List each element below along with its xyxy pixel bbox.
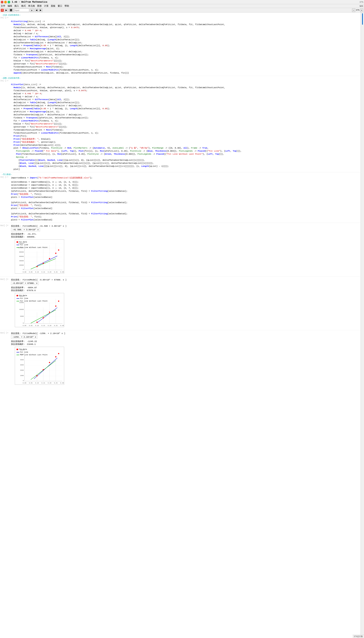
code-plot2-call[interactable]: plot2 = FilterPlot[selectedData2]	[11, 207, 359, 210]
svg-text:0.05: 0.05	[29, 325, 32, 327]
cell-label-in3: In[·]:=	[0, 176, 10, 178]
out-label-1: Out[·]=	[0, 224, 10, 227]
fit3-label: 拟合直线： FittedModel[ -1250. + 2.18×10⁴ x ]	[11, 332, 359, 335]
svg-text:0.00: 0.00	[22, 382, 26, 384]
fit2-label: 拟合直线： FittedModel[ -6.05×10³ + 67900. x …	[11, 278, 359, 281]
toolbar-zoom-out[interactable]: −	[352, 9, 355, 12]
svg-text:15000: 15000	[19, 302, 24, 303]
code-print2[interactable]: Print["拟合直线: ", fit2];	[11, 204, 359, 207]
notebook-area: ←过滤-过滤实验拟合→ In[·]:= FilterFitting[data_L…	[0, 13, 360, 638]
fit1-label: 拟合直线： FittedModel[ -41.500 + 3.96×10⁵ x …	[11, 225, 359, 227]
menu-insert[interactable]: 插入	[14, 4, 19, 8]
menu-palettes[interactable]: 面板	[51, 4, 56, 8]
svg-text:20000: 20000	[19, 295, 24, 297]
svg-text:0: 0	[23, 380, 24, 382]
chart1-svg: 0 20000 40000 60000 80000 100000 120000 …	[15, 240, 64, 274]
fitted-model-box-1: -41 500. + 3.96×10⁵ x	[11, 228, 40, 231]
minimize-icon[interactable]	[4, 1, 7, 4]
code-filter-plot[interactable]: FilterPlot[data_List] := Module[{s, delt…	[11, 80, 359, 171]
svg-text:0.00: 0.00	[22, 325, 26, 327]
svg-point-90	[36, 375, 38, 376]
zoom-label: 37%	[360, 1, 363, 3]
window-titlebar: 1.nb - Wolfram Mathematica 37%	[0, 0, 364, 4]
svg-text:0.25: 0.25	[54, 325, 58, 327]
toolbar-prev[interactable]: ◀	[35, 9, 38, 12]
svg-point-57	[36, 322, 38, 323]
svg-text:3000: 3000	[20, 364, 24, 366]
code-print1[interactable]: Print["拟合直线: ", fit1];	[11, 193, 359, 196]
svg-text:60000: 60000	[19, 255, 24, 257]
svg-text:0.20: 0.20	[48, 271, 51, 273]
menu-graphics[interactable]: 图形	[37, 4, 42, 8]
code-call1[interactable]: {qToFitList1, deltaThetaOverDeltaQToFitL…	[11, 190, 359, 193]
svg-point-93	[55, 356, 56, 357]
zoom-display: 37%	[356, 9, 360, 11]
menu-edit[interactable]: 编辑	[8, 4, 12, 8]
maximize-icon[interactable]	[8, 1, 10, 4]
fitted-model-box-2: -6.05×10³ + 67900. x	[11, 281, 39, 285]
svg-text:2000: 2000	[20, 369, 24, 371]
svg-text:0.20: 0.20	[48, 325, 51, 327]
menu-format[interactable]: 格式	[21, 4, 26, 8]
cell-type-input[interactable]	[14, 9, 29, 12]
svg-text:0.10: 0.10	[35, 382, 39, 384]
toolbar-btn-1[interactable]: ▶	[4, 9, 8, 12]
cell-label-in2: In[·]:=	[0, 80, 10, 82]
toolbar-next[interactable]: ▶	[39, 9, 42, 12]
section3-comment: ←导入数据→	[2, 173, 12, 176]
scroll-indicator[interactable]	[362, 13, 363, 25]
menu-window[interactable]: 窗口	[58, 4, 62, 8]
edit-mode: 编辑	[360, 5, 363, 8]
svg-point-30	[49, 258, 50, 259]
svg-text:0.10: 0.10	[35, 271, 39, 273]
code-selected3[interactable]: selectedData3 = importedData[[1, 3 ;; 13…	[11, 187, 359, 190]
svg-point-28	[36, 266, 38, 267]
code-print3[interactable]: Print["拟合直线: ", fit3];	[11, 215, 359, 218]
svg-text:0.15: 0.15	[41, 325, 45, 327]
svg-text:0.05: 0.05	[29, 271, 32, 273]
svg-point-94	[58, 353, 59, 354]
toolbar-zoom-in[interactable]: +	[360, 9, 363, 12]
fit3-formula: FittedModel[ -1250. + 2.18×10⁴ x ]	[23, 332, 65, 335]
menu-evaluate[interactable]: 计算	[44, 4, 48, 8]
menu-help[interactable]: 帮助	[64, 4, 69, 8]
svg-point-31	[55, 253, 56, 254]
svg-point-60	[55, 305, 56, 307]
code-call3[interactable]: {qToFitList3, deltaThetaOverDeltaQToFitL…	[11, 212, 359, 215]
code-plot3-call[interactable]: plot3 = FilterPlot[selectedData3]	[11, 218, 359, 221]
menu-file[interactable]: 文件	[1, 4, 5, 8]
toolbar-run[interactable]: ⏵	[30, 9, 34, 12]
svg-text:0: 0	[23, 322, 24, 324]
chart-2: Fit Data Fit Line Fit Line Without Last …	[15, 293, 64, 327]
svg-text:0.25: 0.25	[54, 382, 58, 384]
menu-cell[interactable]: 单元格	[28, 4, 35, 8]
svg-text:0.30: 0.30	[60, 382, 64, 384]
fit1-formula: FittedModel[ -41.500 + 3.96×10⁵ x ]	[23, 225, 66, 227]
svg-point-59	[49, 311, 50, 313]
fit1-intercept-row: 拟合直线截距： 396856.	[11, 235, 359, 238]
code-call2[interactable]: {qToFitList2, deltaThetaOverDeltaQToFitL…	[11, 201, 359, 204]
section1-comment: ←过滤-过滤实验拟合→	[2, 14, 20, 16]
svg-point-32	[58, 249, 59, 251]
mathematica-icon: M	[1, 9, 4, 12]
fit1-slope-row: 拟合直线斜率： -41.471.	[11, 232, 359, 235]
svg-text:0.05: 0.05	[29, 382, 32, 384]
out-label-2: Out[·]=	[0, 278, 10, 280]
close-icon[interactable]	[1, 1, 4, 4]
chart3-svg: 0 1000 2000 3000 4000 5000 6000 0.00 0.0…	[15, 347, 64, 385]
code-selected2[interactable]: selectedData2 = importedData[[1, 3 ;; 13…	[11, 184, 359, 187]
code-import[interactable]: importedData = Import["D:\\WolframMathem…	[11, 176, 359, 180]
svg-text:10000: 10000	[19, 308, 24, 310]
code-selected1[interactable]: selectedData1 = importedData[[1, 3 ;; 13…	[11, 181, 359, 184]
svg-point-61	[58, 300, 59, 302]
toolbar-btn-2[interactable]: ⬛	[9, 9, 13, 12]
fitted-model-box-3: -1250. + 2.18×10⁴ x	[11, 335, 38, 339]
code-plot1-call[interactable]: plot1 = FilterPlot[selectedData1]	[11, 196, 359, 199]
svg-text:100000: 100000	[18, 247, 24, 248]
code-filter-fitting[interactable]: FilterFitting[data_List] := Module[{s, d…	[11, 17, 359, 75]
chart-3: Fit Data Fit Line Fit Line Without Last …	[15, 347, 64, 385]
svg-text:0.25: 0.25	[54, 271, 58, 273]
right-panel	[360, 13, 364, 638]
out-label-3: Out[·]=	[0, 332, 10, 334]
svg-point-92	[49, 362, 50, 363]
